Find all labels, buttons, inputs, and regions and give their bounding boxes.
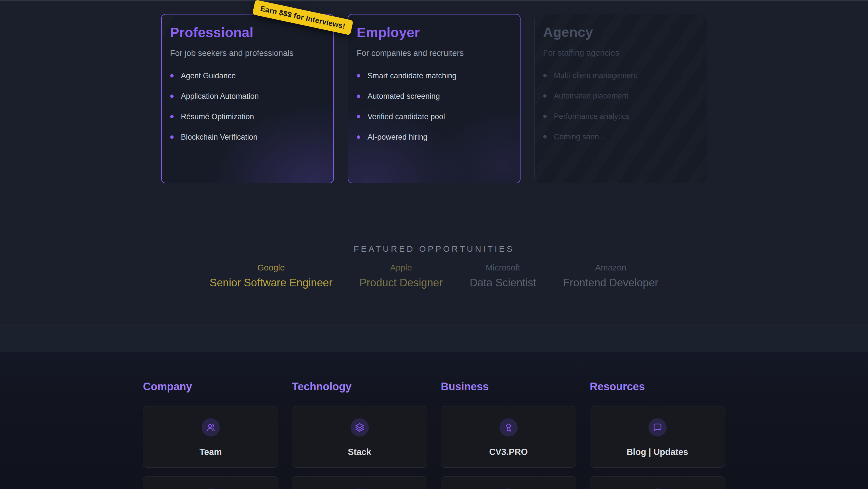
plan-feature-list: Agent Guidance Application Automation Ré… [170,71,325,142]
plan-card-employer[interactable]: Employer For companies and recruiters Sm… [348,14,521,183]
footer-column-company: Company Team [143,380,278,489]
bullet-dot-icon [543,135,547,139]
plan-feature-list: Multi-client management Automated placem… [543,70,699,142]
footer-column-header: Company [143,380,278,393]
plan-card-agency: Agency For staffing agencies Multi-clien… [534,14,707,183]
footer-link-partial[interactable] [143,476,278,489]
message-square-icon [648,418,666,436]
plan-title: Professional [170,25,325,40]
job-company: Amazon [563,262,658,273]
footer-link-label: Team [199,447,222,457]
bullet-dot-icon [170,135,174,139]
bullet-dot-icon [357,115,360,118]
bullet-dot-icon [543,94,547,97]
footer-link-partial[interactable] [292,476,427,489]
plan-subtitle: For job seekers and professionals [170,48,325,58]
plan-feature: Smart candidate matching [357,71,512,81]
plan-subtitle: For staffing agencies [543,48,699,58]
footer-link-partial[interactable] [441,476,576,489]
plan-card-professional[interactable]: Professional For job seekers and profess… [161,14,334,183]
featured-heading: FEATURED OPPORTUNITIES [0,211,868,254]
bullet-dot-icon [357,135,360,139]
footer-link-team[interactable]: Team [143,406,278,468]
footer-link-cv3pro[interactable]: CV3.PRO [441,406,576,468]
featured-jobs-carousel: Google Senior Software Engineer Apple Pr… [0,262,868,289]
footer-link-stack[interactable]: Stack [292,406,427,468]
bullet-dot-icon [357,74,360,78]
footer-column-business: Business CV3.PRO [441,380,576,489]
plan-feature: Résumé Optimization [170,112,325,122]
footer-column-resources: Resources Blog | Updates [590,380,725,489]
footer-column-header: Business [441,380,576,393]
plan-feature: Agent Guidance [170,71,325,81]
bullet-dot-icon [543,115,547,118]
footer-link-label: CV3.PRO [489,447,528,457]
plan-feature: Coming soon... [543,132,699,142]
plan-feature: Automated screening [357,91,512,101]
bullet-dot-icon [543,74,547,77]
plan-feature: Automated placement [543,91,699,101]
award-icon [499,418,518,436]
footer-column-technology: Technology Stack [292,380,427,489]
plans-section: Professional For job seekers and profess… [0,1,868,211]
featured-job[interactable]: Amazon Frontend Developer [563,262,658,289]
footer-column-header: Technology [292,380,427,393]
layers-icon [351,418,369,436]
featured-job[interactable]: Apple Product Designer [360,262,443,289]
job-company: Google [210,262,333,273]
bullet-dot-icon [170,94,174,98]
footer-column-header: Resources [590,380,725,393]
plan-subtitle: For companies and recruiters [357,48,512,58]
plan-feature: Performance analytics [543,111,699,121]
featured-job[interactable]: Google Senior Software Engineer [210,262,333,289]
section-spacer-strip [0,324,868,352]
job-title: Data Scientist [470,276,536,289]
bullet-dot-icon [357,94,360,98]
job-title: Frontend Developer [563,276,658,289]
site-footer: Company Team Technology [0,352,868,489]
plan-feature: Multi-client management [543,70,699,81]
featured-opportunities-section: FEATURED OPPORTUNITIES Google Senior Sof… [0,211,868,324]
footer-link-partial[interactable] [590,476,725,489]
plan-feature: AI-powered hiring [357,132,512,142]
footer-link-label: Blog | Updates [627,447,688,457]
plan-title: Employer [357,25,512,40]
plan-feature-list: Smart candidate matching Automated scree… [357,71,512,142]
bullet-dot-icon [170,115,174,118]
bullet-dot-icon [170,74,174,78]
users-icon [202,418,220,436]
plan-feature: Application Automation [170,91,325,101]
plan-feature: Verified candidate pool [357,112,512,122]
job-title: Senior Software Engineer [210,276,333,289]
footer-link-label: Stack [348,447,371,457]
featured-job[interactable]: Microsoft Data Scientist [470,262,536,289]
job-company: Microsoft [470,262,536,273]
job-company: Apple [360,262,443,273]
footer-link-blog[interactable]: Blog | Updates [590,406,725,468]
job-title: Product Designer [360,276,443,289]
plan-title: Agency [543,24,699,40]
plan-feature: Blockchain Verification [170,132,325,142]
